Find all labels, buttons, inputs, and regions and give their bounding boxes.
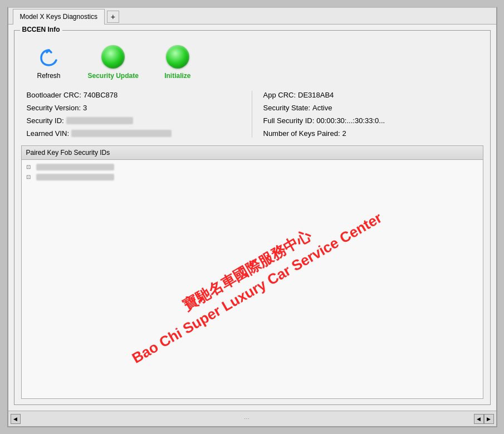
security-update-button[interactable]: Security Update <box>88 45 139 80</box>
security-update-label: Security Update <box>88 72 139 80</box>
add-tab-button[interactable]: + <box>107 11 119 23</box>
bootloader-crc-label: Bootloader CRC: <box>27 91 81 99</box>
main-tab[interactable]: Model X Keys Diagnostics <box>13 9 105 25</box>
learned-vin-label: Learned VIN: <box>27 129 70 138</box>
initialize-button[interactable]: Initialize <box>161 45 194 80</box>
nav-left-button[interactable]: ◀ <box>474 414 484 424</box>
initialize-label: Initialize <box>164 72 190 80</box>
bccen-section: BCCEN Info Refresh Security Up <box>14 30 491 405</box>
scroll-track[interactable]: ⋯ <box>21 411 474 426</box>
paired-item-1-value <box>36 164 114 170</box>
tab-label: Model X Keys Diagnostics <box>20 13 97 21</box>
full-security-id-row: Full Security ID: 00:00:30:...:30:33:0..… <box>263 116 478 125</box>
nav-right-button[interactable]: ▶ <box>484 414 494 424</box>
toolbar: Refresh Security Update Initialize <box>21 40 483 91</box>
security-id-value <box>66 117 133 124</box>
learned-vin-value <box>71 130 172 137</box>
security-state-value: Active <box>312 104 332 112</box>
info-right-column: App CRC: DE318AB4 Security State: Active… <box>252 91 478 138</box>
app-crc-value: DE318AB4 <box>298 91 334 99</box>
bootloader-crc-row: Bootloader CRC: 740BC878 <box>27 91 241 99</box>
num-keys-value: 2 <box>342 129 346 138</box>
security-version-label: Security Version: <box>27 104 81 112</box>
add-tab-icon: + <box>111 12 115 21</box>
list-item-icon: ⊡ <box>26 174 33 181</box>
section-label: BCCEN Info <box>20 26 62 33</box>
title-bar: Model X Keys Diagnostics + <box>8 8 496 25</box>
bootloader-crc-value: 740BC878 <box>84 91 118 99</box>
scroll-left-button[interactable]: ◀ <box>11 414 21 424</box>
learned-vin-row: Learned VIN: <box>27 129 241 138</box>
scroll-indicator: ⋯ <box>244 416 251 422</box>
info-left-column: Bootloader CRC: 740BC878 Security Versio… <box>27 91 252 138</box>
bottom-scrollbar: ◀ ⋯ ◀ ▶ <box>8 411 496 426</box>
app-crc-label: App CRC: <box>263 91 296 99</box>
watermark-overlay: 寶馳名車國際服務中心 Bao Chi Super Luxury Car Serv… <box>22 160 483 398</box>
security-state-label: Security State: <box>263 104 311 112</box>
security-state-row: Security State: Active <box>263 104 478 112</box>
nav-buttons: ◀ ▶ <box>474 414 494 424</box>
refresh-button[interactable]: Refresh <box>32 45 66 80</box>
security-version-value: 3 <box>83 104 87 112</box>
main-content: BCCEN Info Refresh Security Up <box>8 25 496 411</box>
paired-header: Paired Key Fob Security IDs <box>22 146 483 160</box>
refresh-icon <box>37 45 61 69</box>
paired-section: Paired Key Fob Security IDs ⊡ ⊡ 寶馳名車國際服務… <box>21 145 483 399</box>
main-window: Model X Keys Diagnostics + BCCEN Info <box>7 7 497 427</box>
security-id-row: Security ID: <box>27 116 241 125</box>
full-security-id-label: Full Security ID: <box>263 116 315 125</box>
list-item: ⊡ <box>22 162 483 172</box>
list-item-icon: ⊡ <box>26 164 33 170</box>
security-id-label: Security ID: <box>27 116 64 125</box>
refresh-label: Refresh <box>37 72 60 80</box>
paired-list: ⊡ ⊡ 寶馳名車國際服務中心 Bao Chi Super Luxury Car … <box>22 160 483 398</box>
app-crc-row: App CRC: DE318AB4 <box>263 91 478 99</box>
paired-item-2-value <box>36 174 114 181</box>
full-security-id-value: 00:00:30:...:30:33:0... <box>316 116 385 125</box>
info-grid: Bootloader CRC: 740BC878 Security Versio… <box>21 91 483 138</box>
watermark-text: 寶馳名車國際服務中心 Bao Chi Super Luxury Car Serv… <box>118 190 386 368</box>
list-item: ⊡ <box>22 172 483 182</box>
num-keys-label: Number of Keys Paired: <box>263 129 340 138</box>
initialize-icon <box>166 45 189 69</box>
num-keys-row: Number of Keys Paired: 2 <box>263 129 478 138</box>
security-version-row: Security Version: 3 <box>27 104 241 112</box>
security-update-icon <box>101 45 125 69</box>
